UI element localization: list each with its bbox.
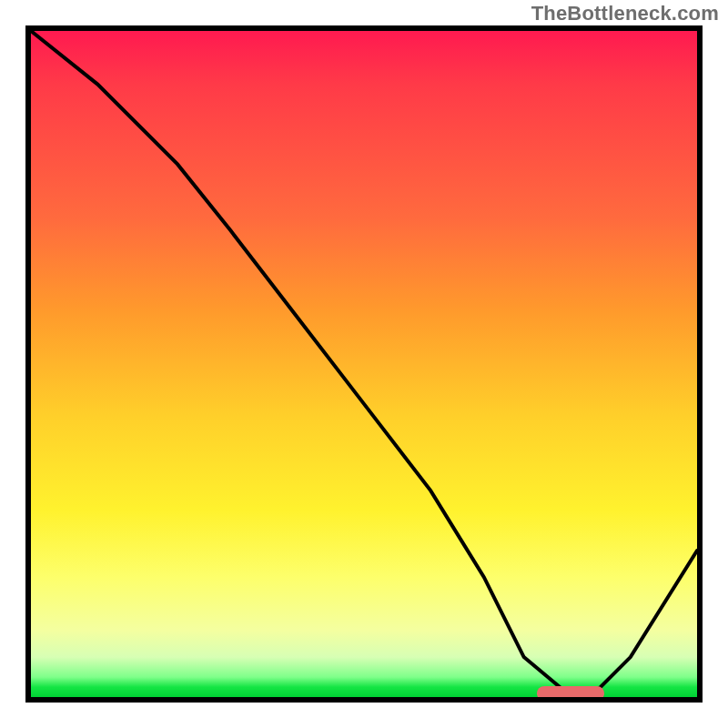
chart-curve [31,31,697,697]
watermark-text: TheBottleneck.com [531,2,719,25]
chart-container: TheBottleneck.com [0,0,728,728]
curve-path [31,31,697,691]
optimal-marker [537,686,603,697]
plot-area [31,31,697,697]
